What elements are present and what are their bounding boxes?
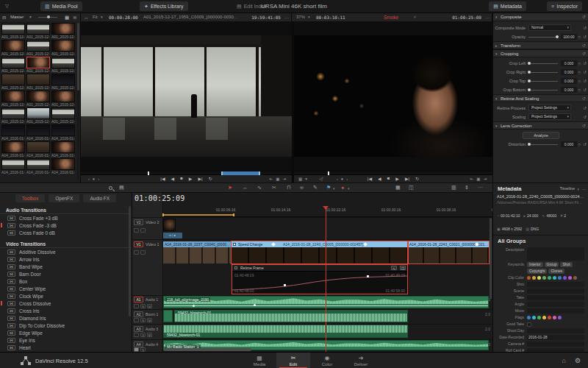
page-tab-media[interactable]: ▦Media: [243, 353, 276, 368]
retime-curve-editor[interactable]: Retime Frame ∿ ⊡ 01:40:48:19 01:40:49:19…: [232, 264, 408, 294]
a2-mute-icon[interactable]: M: [147, 318, 152, 322]
crop-slider[interactable]: [528, 81, 558, 82]
mark-in-handle[interactable]: [162, 213, 164, 216]
clip-color-swatch[interactable]: [537, 276, 541, 280]
razor-tool-icon[interactable]: ✂: [272, 185, 276, 191]
track-badge-v1[interactable]: V1: [134, 241, 143, 247]
clip-color-swatch[interactable]: [568, 276, 572, 280]
bin-list-icon[interactable]: ⊟: [2, 15, 6, 21]
trim-edit-icon[interactable]: ↔: [243, 185, 248, 190]
transition-item[interactable]: ⋈Arrow Iris: [0, 255, 132, 263]
row-reset-icon[interactable]: ↺: [583, 79, 587, 83]
media-thumbnail[interactable]: A14_2016-01-28_2...: [26, 124, 50, 141]
clip-color-swatch[interactable]: [527, 276, 531, 280]
timeline-scrub-bar[interactable]: [294, 171, 492, 175]
in-out-range-bar[interactable]: [163, 214, 234, 216]
v2-lock-icon[interactable]: [134, 228, 139, 233]
match-frame-icon[interactable]: ▣: [476, 177, 480, 181]
row-reset-icon[interactable]: ↺: [583, 35, 587, 39]
step-back-button[interactable]: ◀: [378, 176, 381, 181]
distortion-value[interactable]: 0.000: [561, 141, 577, 147]
a1-mute-icon[interactable]: M: [147, 304, 152, 308]
media-thumbnail[interactable]: A14_2016-01-28_2...: [26, 158, 50, 174]
automation-keyframe[interactable]: [254, 304, 256, 306]
media-thumbnail[interactable]: A01_2015-12-18_1...: [26, 107, 50, 124]
timeline-playhead-notch[interactable]: [328, 171, 329, 175]
track-name-a2[interactable]: Boom 1: [146, 312, 158, 316]
mark-out-icon[interactable]: ⇥: [483, 177, 487, 181]
media-thumbnail[interactable]: A01_2015-12-17_1...: [26, 57, 50, 73]
play-button[interactable]: ▶: [395, 176, 399, 181]
a1-solo-icon[interactable]: S: [140, 304, 146, 308]
media-thumbnail[interactable]: A01_2015-12-17_1...: [51, 40, 75, 56]
lens-section-header[interactable]: ▾Lens Correction ↺: [493, 121, 588, 130]
keyword-chip[interactable]: Shot: [560, 262, 572, 267]
transform-section-header[interactable]: ▸Transform ↺: [493, 41, 588, 49]
first-frame-button[interactable]: |◀: [160, 176, 165, 181]
media-thumbnail[interactable]: A01_2015-12-17_1...: [1, 57, 25, 73]
track-name-v2[interactable]: Video 2: [146, 220, 159, 224]
clip-color-swatch[interactable]: [548, 276, 551, 280]
timeline-vertical-scrollbar[interactable]: [490, 218, 492, 299]
keyword-chip[interactable]: Clones: [548, 269, 564, 274]
bin-dropdown-caret[interactable]: ▾: [29, 15, 32, 20]
composite-section-header[interactable]: ▾Composite ↺: [493, 13, 588, 21]
timeline-playhead[interactable]: [326, 206, 326, 352]
effects-library-button[interactable]: ✦ Effects Library: [140, 1, 188, 11]
transition-item[interactable]: ⋈Clock Wipe: [0, 292, 132, 300]
zoom-fit-icon[interactable]: ▥: [451, 185, 456, 191]
scope-caret[interactable]: ▾: [577, 187, 579, 191]
metadata-input[interactable]: [527, 295, 584, 300]
timeline-name-caret[interactable]: ▾: [414, 15, 416, 20]
audio-clip-a2-head[interactable]: [163, 310, 173, 322]
track-badge-a1[interactable]: A1: [134, 297, 143, 302]
project-manager-icon[interactable]: ⌂: [562, 357, 566, 364]
track-name-a4[interactable]: Audio 4: [146, 342, 158, 347]
source-scale-caret[interactable]: ▾: [101, 15, 103, 20]
curve-mode-button[interactable]: ∿: [391, 266, 397, 270]
a3-solo-icon[interactable]: S: [140, 333, 146, 337]
thumbnail-view-icon[interactable]: ▦: [65, 15, 69, 21]
media-thumbnail[interactable]: A01_2015-12-18_1...: [1, 91, 25, 107]
metadata-input[interactable]: [527, 342, 584, 347]
slider-knob[interactable]: [528, 71, 531, 74]
pen-tool-icon[interactable]: ✎: [313, 185, 318, 191]
source-viewer[interactable]: [81, 21, 292, 171]
flag-color-caret[interactable]: ▾: [333, 186, 335, 191]
opacity-value[interactable]: 100.00: [561, 34, 577, 40]
timeline-duration-timecode[interactable]: 00:03:10:11: [316, 15, 345, 20]
marker-color-caret[interactable]: ▾: [348, 186, 350, 191]
tab-openfx[interactable]: OpenFX: [49, 194, 79, 202]
a1-lock-icon[interactable]: [134, 304, 139, 308]
transition-item[interactable]: ⋈Additive Dissolve: [0, 248, 132, 255]
good-take-checkbox[interactable]: [527, 322, 531, 327]
media-thumbnail[interactable]: A01_2015-12-17_1...: [26, 40, 50, 56]
clip-color-swatch[interactable]: [563, 276, 567, 280]
keyframe-icon[interactable]: ◇: [578, 35, 581, 39]
transition-item[interactable]: ⋈Barn Door: [0, 270, 132, 277]
a3-lock-icon[interactable]: [134, 333, 139, 337]
page-tab-color[interactable]: ◉Color: [310, 353, 344, 368]
transition-item[interactable]: ⋈Center Wipe: [0, 285, 132, 292]
flag-swatch[interactable]: [527, 316, 531, 319]
row-reset-icon[interactable]: ↺: [583, 88, 587, 92]
row-reset-icon[interactable]: ↺: [583, 142, 587, 146]
cropping-section-header[interactable]: ▾Cropping ↺: [493, 49, 588, 57]
settings-dropdown[interactable]: Project Settings▾: [528, 105, 571, 111]
flag-swatch[interactable]: [542, 316, 546, 319]
track-name-a3[interactable]: Audio 3: [146, 327, 158, 331]
transition-item[interactable]: ⋈Heart: [0, 344, 132, 351]
media-thumbnail[interactable]: A14_2016-01-28_2...: [26, 141, 50, 158]
media-thumbnail[interactable]: A01_2015-12-17_1...: [51, 23, 75, 39]
match-frame-icon[interactable]: ▣: [276, 177, 279, 181]
lens-reset-icon[interactable]: ↺: [582, 122, 586, 130]
cropping-reset-icon[interactable]: ↺: [582, 50, 586, 58]
description-textarea[interactable]: [527, 247, 584, 261]
zoom-slider-icon[interactable]: ⇕: [465, 185, 469, 191]
clip-color-swatch[interactable]: [573, 276, 577, 280]
transition-item[interactable]: ⋈Eye Iris: [0, 336, 132, 344]
all-groups-header[interactable]: All Groups: [493, 237, 588, 245]
marker-icon[interactable]: ●: [341, 185, 344, 190]
metadata-scope-dropdown[interactable]: Timeline: [559, 186, 575, 191]
mark-in-icon[interactable]: ⇤: [270, 177, 273, 181]
